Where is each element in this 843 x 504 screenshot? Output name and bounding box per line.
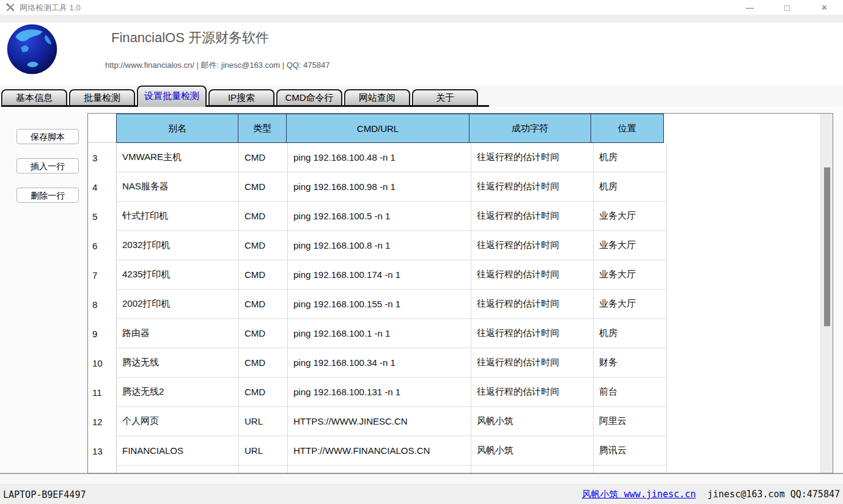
cell-location[interactable]: 业务大厅 xyxy=(594,202,667,231)
tab-site-view[interactable]: 网站查阅 xyxy=(344,89,410,105)
column-header[interactable]: 位置 xyxy=(591,114,664,143)
cell-cmd[interactable]: ping 192.168.100.98 -n 1 xyxy=(288,172,471,202)
table-row: 11腾达无线2CMDping 192.168.100.131 -n 1往返行程的… xyxy=(88,378,833,407)
cell-location[interactable]: 阿里云 xyxy=(594,407,667,436)
cell-type[interactable]: URL xyxy=(239,436,288,466)
cell-type[interactable]: CMD xyxy=(239,378,288,407)
row-number-cell[interactable]: 5 xyxy=(88,202,117,231)
row-number-cell[interactable]: 3 xyxy=(88,143,117,172)
row-number-cell[interactable]: 11 xyxy=(88,378,117,407)
cell-type[interactable]: CMD xyxy=(239,260,288,290)
cell-alias[interactable]: 针式打印机 xyxy=(117,202,239,231)
cell-type[interactable]: CMD xyxy=(239,319,288,348)
cell-cmd[interactable]: ping 192.168.100.131 -n 1 xyxy=(288,378,471,407)
cell-success[interactable]: 往返行程的估计时间 xyxy=(471,143,594,172)
cell-success[interactable]: 往返行程的估计时间 xyxy=(471,202,594,231)
cell-success[interactable]: 往返行程的估计时间 xyxy=(471,348,594,378)
cell-type[interactable]: CMD xyxy=(239,143,288,172)
cell-success[interactable]: 风帆小筑 xyxy=(471,436,594,466)
cell-alias[interactable]: FINANCIALOS xyxy=(117,436,239,466)
row-number-cell[interactable]: 9 xyxy=(88,319,117,348)
cell-location[interactable]: 机房 xyxy=(594,319,667,348)
cell-alias[interactable]: NAS服务器 xyxy=(117,172,239,202)
column-header[interactable]: 类型 xyxy=(238,114,287,143)
minimize-button[interactable]: — xyxy=(731,0,768,15)
app-icon xyxy=(6,2,15,12)
cell-success[interactable]: 往返行程的估计时间 xyxy=(471,290,594,319)
cell-cmd[interactable]: HTTP://WWW.FINANCIALOS.CN xyxy=(288,436,471,466)
row-number-cell[interactable]: 6 xyxy=(88,231,117,260)
data-grid[interactable]: 别名类型CMD/URL成功字符位置 3VMWARE主机CMDping 192.1… xyxy=(87,113,833,473)
cell-location[interactable]: 业务大厅 xyxy=(594,231,667,260)
cell-location[interactable]: 机房 xyxy=(594,143,667,172)
maximize-icon: □ xyxy=(784,3,790,12)
contact-info: jinesc@163.com QQ:475847 xyxy=(707,489,840,500)
cell-type[interactable]: URL xyxy=(239,407,288,436)
cell-type[interactable]: CMD xyxy=(239,231,288,260)
cell-success[interactable]: 往返行程的估计时间 xyxy=(471,231,594,260)
cell-empty xyxy=(239,466,288,473)
cell-alias[interactable]: VMWARE主机 xyxy=(117,143,239,172)
website-link[interactable]: 风帆小筑 www.jinesc.cn xyxy=(582,489,696,500)
cell-success[interactable]: 风帆小筑 xyxy=(471,407,594,436)
cell-cmd[interactable]: ping 192.168.100.34 -n 1 xyxy=(288,348,471,378)
row-number-cell[interactable]: 8 xyxy=(88,290,117,319)
tab-page-batch-settings: 保存脚本插入一行删除一行 别名类型CMD/URL成功字符位置 3VMWARE主机… xyxy=(0,107,843,474)
tab-cmd-line[interactable]: CMD命令行 xyxy=(276,89,342,105)
cell-cmd[interactable]: HTTPS://WWW.JINESC.CN xyxy=(288,407,471,436)
cell-location[interactable]: 业务大厅 xyxy=(594,260,667,290)
delete-row-button[interactable]: 删除一行 xyxy=(17,188,79,203)
table-row: 4NAS服务器CMDping 192.168.100.98 -n 1往返行程的估… xyxy=(88,172,833,202)
cell-location[interactable]: 业务大厅 xyxy=(594,290,667,319)
cell-type[interactable]: CMD xyxy=(239,172,288,202)
cell-success[interactable]: 往返行程的估计时间 xyxy=(471,172,594,202)
cell-cmd[interactable]: ping 192.168.100.155 -n 1 xyxy=(288,290,471,319)
row-number-cell[interactable]: 12 xyxy=(88,407,117,436)
cell-type[interactable]: CMD xyxy=(239,290,288,319)
tab-batch-check-settings[interactable]: 设置批量检测 xyxy=(137,86,207,107)
cell-type[interactable]: CMD xyxy=(239,202,288,231)
column-header[interactable]: 别名 xyxy=(116,114,238,143)
cell-location[interactable]: 前台 xyxy=(594,378,667,407)
table-row: 9路由器CMDping 192.168.100.1 -n 1往返行程的估计时间机… xyxy=(88,319,833,348)
table-row: 74235打印机CMDping 192.168.100.174 -n 1往返行程… xyxy=(88,260,833,290)
cell-cmd[interactable]: ping 192.168.100.1 -n 1 xyxy=(288,319,471,348)
table-row: 5针式打印机CMDping 192.168.100.5 -n 1往返行程的估计时… xyxy=(88,202,833,231)
maximize-button[interactable]: □ xyxy=(768,0,806,15)
save-script-button[interactable]: 保存脚本 xyxy=(17,129,79,144)
tab-about[interactable]: 关于 xyxy=(412,89,478,105)
scrollbar-thumb[interactable] xyxy=(824,167,830,326)
column-header[interactable]: 成功字符 xyxy=(469,114,591,143)
cell-location[interactable]: 财务 xyxy=(594,348,667,378)
cell-cmd[interactable]: ping 192.168.100.48 -n 1 xyxy=(288,143,471,172)
cell-location[interactable]: 腾讯云 xyxy=(594,436,667,466)
tab-batch-check[interactable]: 批量检测 xyxy=(69,89,135,105)
vertical-scrollbar[interactable] xyxy=(820,114,833,473)
row-number-cell[interactable]: 10 xyxy=(88,348,117,378)
cell-alias[interactable]: 个人网页 xyxy=(117,407,239,436)
tab-basic-info[interactable]: 基本信息 xyxy=(1,89,67,105)
cell-cmd[interactable]: ping 192.168.100.5 -n 1 xyxy=(288,202,471,231)
row-number-cell[interactable]: 13 xyxy=(88,436,117,466)
cell-empty xyxy=(594,466,667,473)
cell-success[interactable]: 往返行程的估计时间 xyxy=(471,319,594,348)
cell-type[interactable]: CMD xyxy=(239,348,288,378)
cell-alias[interactable]: 腾达无线 xyxy=(117,348,239,378)
tab-ip-search[interactable]: IP搜索 xyxy=(208,89,274,105)
cell-alias[interactable]: 2032打印机 xyxy=(117,231,239,260)
cell-location[interactable]: 机房 xyxy=(594,172,667,202)
close-button[interactable]: ✕ xyxy=(806,0,843,15)
cell-alias[interactable]: 路由器 xyxy=(117,319,239,348)
cell-alias[interactable]: 腾达无线2 xyxy=(117,378,239,407)
cell-cmd[interactable]: ping 192.168.100.174 -n 1 xyxy=(288,260,471,290)
row-number-cell[interactable]: 4 xyxy=(88,172,117,202)
insert-row-button[interactable]: 插入一行 xyxy=(17,158,79,173)
cell-success[interactable]: 往返行程的估计时间 xyxy=(471,378,594,407)
grid-header-row: 别名类型CMD/URL成功字符位置 xyxy=(88,114,833,143)
cell-alias[interactable]: 4235打印机 xyxy=(117,260,239,290)
cell-alias[interactable]: 2002打印机 xyxy=(117,290,239,319)
row-number-cell[interactable]: 7 xyxy=(88,260,117,290)
cell-cmd[interactable]: ping 192.168.100.8 -n 1 xyxy=(288,231,471,260)
column-header[interactable]: CMD/URL xyxy=(286,114,469,143)
cell-success[interactable]: 往返行程的估计时间 xyxy=(471,260,594,290)
